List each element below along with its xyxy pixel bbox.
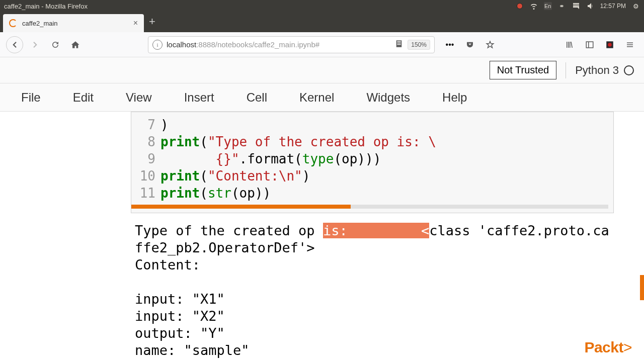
code-cell[interactable]: 7) 8print("Type of the created op is: \ … [131, 112, 614, 213]
close-icon[interactable]: × [133, 19, 138, 28]
library-icon[interactable] [561, 37, 578, 53]
line-number: 9 [131, 150, 160, 167]
forward-button [27, 37, 43, 53]
url-bar[interactable]: i localhost:8888/notebooks/caffe2_main.i… [148, 36, 435, 53]
packt-logo: Packt> [584, 339, 632, 356]
notebook-area: 7) 8print("Type of the created op is: \ … [0, 112, 644, 359]
selected-text: is: < [323, 223, 429, 238]
window-titlebar: caffe2_main - Mozilla Firefox En ⚭ 12:57… [0, 0, 644, 12]
tab-strip: caffe2_main × + [0, 12, 644, 32]
site-info-icon[interactable]: i [152, 40, 163, 50]
line-number: 10 [131, 167, 160, 185]
star-icon[interactable] [482, 37, 498, 53]
messages-icon[interactable] [572, 2, 580, 10]
system-tray: En ⚭ 12:57 PM ⚙ [516, 2, 640, 10]
browser-tab[interactable]: caffe2_main × [3, 14, 144, 32]
window-title: caffe2_main - Mozilla Firefox [4, 3, 516, 10]
zoom-badge[interactable]: 150% [408, 40, 430, 50]
menu-file[interactable]: File [14, 87, 48, 108]
tab-title: caffe2_main [22, 20, 128, 27]
clock[interactable]: 12:57 PM [600, 2, 626, 10]
menu-cell[interactable]: Cell [239, 87, 274, 108]
nav-toolbar: i localhost:8888/notebooks/caffe2_main.i… [0, 32, 644, 57]
menu-help[interactable]: Help [435, 87, 474, 108]
code-editor[interactable]: 7) 8print("Type of the created op is: \ … [131, 112, 614, 213]
menu-insert[interactable]: Insert [177, 87, 221, 108]
line-number: 11 [131, 185, 160, 202]
record-icon[interactable] [516, 2, 524, 10]
svg-point-1 [608, 43, 612, 47]
menu-edit[interactable]: Edit [66, 87, 101, 108]
menubar: File Edit View Insert Cell Kernel Widget… [0, 83, 644, 112]
hamburger-icon[interactable] [622, 37, 638, 53]
scrollbar-thumb[interactable] [131, 205, 351, 209]
cell-output: Type of the created op is: <class 'caffe… [135, 213, 613, 359]
wifi-icon[interactable] [530, 2, 538, 10]
url-text: localhost:8888/notebooks/caffe2_main.ipy… [167, 40, 390, 49]
menu-view[interactable]: View [119, 87, 159, 108]
reader-icon[interactable] [394, 39, 404, 50]
separator [566, 62, 566, 78]
page-scroll-indicator[interactable] [640, 275, 644, 300]
notebook-header: Not Trusted Python 3 [0, 57, 644, 83]
addon-icon[interactable] [602, 37, 618, 53]
sidebar-icon[interactable] [582, 37, 598, 53]
new-tab-button[interactable]: + [149, 15, 155, 28]
back-button[interactable] [6, 36, 23, 53]
line-number: 7 [131, 116, 160, 133]
volume-icon[interactable] [586, 2, 594, 10]
page-actions-icon[interactable]: ••• [442, 37, 458, 53]
horizontal-scrollbar[interactable] [131, 205, 608, 209]
menu-kernel[interactable]: Kernel [292, 87, 341, 108]
reload-button[interactable] [47, 37, 63, 53]
pocket-icon[interactable] [462, 37, 478, 53]
lang-indicator[interactable]: En [544, 2, 552, 10]
menu-widgets[interactable]: Widgets [359, 87, 417, 108]
kernel-indicator[interactable] [624, 65, 634, 75]
home-button[interactable] [67, 37, 84, 53]
line-number: 8 [131, 133, 160, 150]
jupyter-favicon [9, 19, 17, 27]
kernel-name[interactable]: Python 3 [575, 64, 619, 77]
settings-gear-icon[interactable]: ⚙ [632, 2, 640, 10]
bluetooth-icon[interactable]: ⚭ [558, 2, 566, 10]
trust-button[interactable]: Not Trusted [490, 61, 556, 79]
